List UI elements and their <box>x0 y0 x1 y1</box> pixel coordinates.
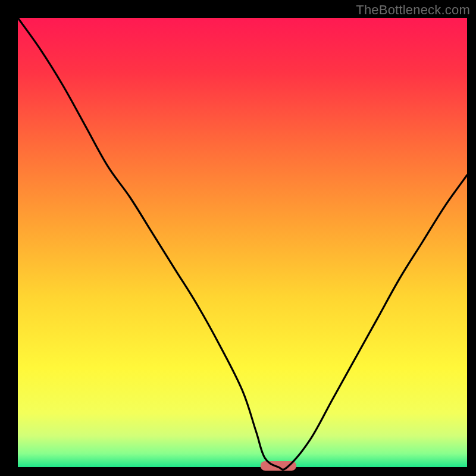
chart-frame: TheBottleneck.com <box>0 0 476 476</box>
gradient-background <box>18 18 467 467</box>
bottleneck-chart <box>0 0 476 476</box>
watermark-text: TheBottleneck.com <box>356 2 470 18</box>
